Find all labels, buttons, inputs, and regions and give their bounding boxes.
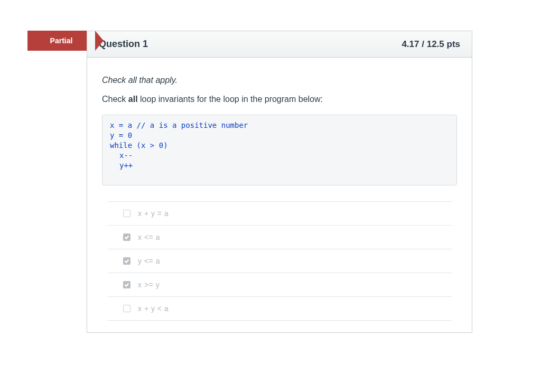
- answer-label: x + y < a: [138, 304, 169, 313]
- code-line: y++: [110, 161, 449, 171]
- code-line: x = a // a is a positive number: [110, 120, 449, 130]
- answer-label: y <= a: [138, 257, 160, 265]
- question-points: 4.17 / 12.5 pts: [402, 39, 460, 50]
- points-possible: 12.5: [427, 39, 444, 49]
- answer-option[interactable]: x + y < a: [107, 296, 452, 321]
- checkbox-checked-icon[interactable]: [123, 234, 130, 241]
- status-badge: Partial: [27, 31, 95, 51]
- checkbox-unchecked-icon[interactable]: [123, 305, 130, 312]
- answer-label: x >= y: [138, 281, 160, 289]
- answer-option[interactable]: y <= a: [107, 249, 452, 273]
- question-instructions: Check all that apply.: [102, 76, 457, 85]
- status-badge-arrow: [95, 31, 104, 51]
- question-header: Question 1 4.17 / 12.5 pts: [87, 31, 472, 58]
- code-line: while (x > 0): [110, 141, 449, 151]
- answer-label: x <= a: [138, 233, 160, 241]
- code-block: x = a // a is a positive numbery = 0whil…: [102, 115, 457, 185]
- answer-list: x + y = ax <= ay <= ax >= yx + y < a: [102, 201, 457, 321]
- points-earned: 4.17: [402, 39, 419, 49]
- status-badge-label: Partial: [50, 36, 73, 45]
- answer-option[interactable]: x + y = a: [107, 201, 452, 225]
- checkbox-checked-icon[interactable]: [123, 257, 130, 265]
- answer-option[interactable]: x <= a: [107, 225, 452, 249]
- answer-option[interactable]: x >= y: [107, 273, 452, 296]
- question-body: Check all that apply. Check all loop inv…: [87, 58, 472, 332]
- question-title: Question 1: [99, 39, 148, 50]
- code-line: y = 0: [110, 130, 449, 141]
- points-suffix: pts: [447, 39, 461, 49]
- code-line: x--: [110, 151, 449, 161]
- checkbox-checked-icon[interactable]: [123, 281, 130, 288]
- answer-label: x + y = a: [138, 209, 169, 218]
- question-prompt: Check all loop invariants for the loop i…: [102, 95, 457, 104]
- checkbox-unchecked-icon[interactable]: [123, 210, 130, 217]
- question-card: Question 1 4.17 / 12.5 pts Check all tha…: [87, 31, 472, 333]
